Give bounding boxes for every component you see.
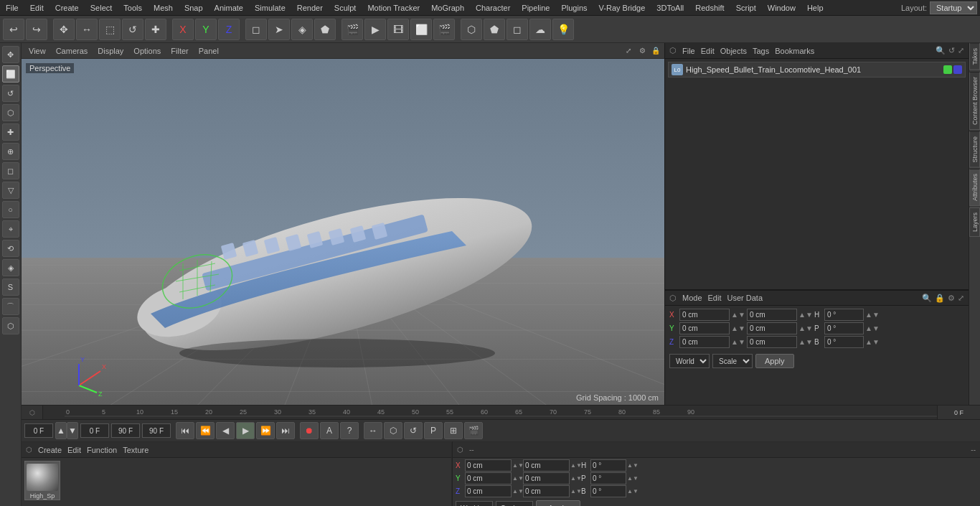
menu-item-edit[interactable]: Edit	[24, 2, 50, 14]
bh-input[interactable]	[590, 459, 626, 472]
rotate-btn[interactable]: ↺	[404, 422, 423, 439]
menu-item-window[interactable]: Window	[762, 2, 801, 14]
move-btn[interactable]: ↔	[364, 422, 382, 439]
bz-size-input[interactable]	[523, 485, 570, 497]
scale-lp-button[interactable]: ⬡	[2, 104, 19, 121]
cone-lp-button[interactable]: ▽	[2, 182, 19, 199]
obj-expand-icon[interactable]: ⤢	[958, 46, 964, 55]
move-lp-button[interactable]: ✥	[2, 46, 19, 63]
render-output-btn[interactable]: 🎬	[464, 422, 483, 439]
render-button[interactable]: 🎞	[387, 19, 409, 40]
x-size-input[interactable]	[747, 309, 797, 321]
x-size-arrow[interactable]: ▲▼	[798, 311, 813, 319]
h-input[interactable]	[824, 309, 864, 321]
bottom-scale-select[interactable]: Scale	[496, 501, 533, 506]
menu-item-help[interactable]: Help	[801, 2, 829, 14]
record-button[interactable]: ⏺	[300, 422, 319, 439]
search-icon[interactable]: 🔍	[936, 46, 946, 55]
b-input[interactable]	[824, 336, 864, 348]
z-size-arrow[interactable]: ▲▼	[798, 338, 813, 346]
viewport-display-menu[interactable]: Display	[93, 45, 128, 57]
takes-tab[interactable]: Takes	[969, 43, 980, 70]
menu-item-mograph[interactable]: MoGraph	[425, 2, 470, 14]
attr-user-data-menu[interactable]: User Data	[727, 294, 763, 302]
structure-tab[interactable]: Structure	[969, 131, 980, 168]
y-pos-input[interactable]	[679, 322, 730, 334]
play-back-button[interactable]: ◀	[216, 422, 235, 439]
frame-indicator[interactable]: 0 F	[937, 406, 980, 419]
cube-lp-button[interactable]: ◻	[2, 162, 19, 179]
bz-sz-arrow[interactable]: ▲▼	[570, 488, 580, 495]
p-input[interactable]	[824, 322, 864, 334]
mat-create-menu[interactable]: Create	[38, 446, 62, 454]
menu-item-character[interactable]: Character	[470, 2, 516, 14]
scale-select[interactable]: Scale	[712, 354, 753, 368]
objects-bookmarks-menu[interactable]: Bookmarks	[775, 47, 814, 55]
material-thumbnail[interactable]: High_Sp	[24, 461, 60, 500]
scale-btn[interactable]: ⬡	[384, 422, 402, 439]
menu-item-vray[interactable]: V-Ray Bridge	[593, 2, 651, 14]
point-mode-button[interactable]: ⬟	[314, 19, 336, 40]
rotate-lp-button[interactable]: ↺	[2, 85, 19, 102]
goto-start-button[interactable]: ⏮	[176, 422, 194, 439]
menu-item-sculpt[interactable]: Sculpt	[329, 2, 362, 14]
bz-pos-input[interactable]	[465, 485, 512, 497]
viewport-view-menu[interactable]: View	[24, 45, 50, 57]
rotate-tool-button[interactable]: ↺	[122, 19, 143, 40]
objects-edit-menu[interactable]: Edit	[701, 47, 715, 55]
layers-tab[interactable]: Layers	[969, 207, 980, 237]
menu-item-pipeline[interactable]: Pipeline	[516, 2, 555, 14]
attr-lock-icon[interactable]: 🔒	[935, 294, 945, 303]
step-forward-button[interactable]: ⏩	[256, 422, 275, 439]
menu-item-motion-tracker[interactable]: Motion Tracker	[362, 2, 425, 14]
auto-key-button[interactable]: A	[320, 422, 339, 439]
x-axis-button[interactable]: X	[172, 19, 194, 40]
layout-select[interactable]: Startup	[930, 1, 977, 14]
menu-item-3dtoall[interactable]: 3DToAll	[651, 2, 689, 14]
menu-item-animate[interactable]: Animate	[209, 2, 249, 14]
viewport-cameras-menu[interactable]: Cameras	[52, 45, 93, 57]
help-button[interactable]: ?	[340, 422, 359, 439]
render-region-button[interactable]: ⬜	[410, 19, 432, 40]
attr-expand-icon[interactable]: ⤢	[958, 294, 964, 303]
viewport-panel-menu[interactable]: Panel	[194, 45, 223, 57]
bh-arrow[interactable]: ▲▼	[627, 462, 637, 469]
transform-lp-button[interactable]: ✚	[2, 123, 19, 141]
object-row[interactable]: L0 High_Speed_Bullet_Train_Locomotive_He…	[668, 62, 966, 78]
hex-lp-button[interactable]: ⬡	[2, 317, 19, 334]
play-forward-button[interactable]: ▶	[236, 422, 255, 439]
cross-lp-button[interactable]: ⌖	[2, 220, 19, 238]
render-settings-button[interactable]: 🎬	[341, 19, 363, 40]
by-sz-arrow[interactable]: ▲▼	[570, 475, 580, 482]
bx-arrow[interactable]: ▲▼	[512, 462, 522, 469]
bx-pos-input[interactable]	[465, 459, 512, 472]
viewport-options-menu[interactable]: Options	[129, 45, 165, 57]
menu-item-mesh[interactable]: Mesh	[148, 2, 179, 14]
y-size-input[interactable]	[747, 322, 797, 334]
bp-arrow[interactable]: ▲▼	[627, 475, 637, 482]
start-frame-input[interactable]	[24, 423, 53, 438]
undo-button[interactable]: ↩	[3, 19, 24, 40]
x-pos-input[interactable]	[679, 309, 730, 321]
sphere-lp-button[interactable]: ○	[2, 201, 19, 218]
pivot-btn[interactable]: P	[424, 422, 443, 439]
y-axis-button[interactable]: Y	[195, 19, 217, 40]
select-lp-button[interactable]: ⬜	[2, 65, 19, 83]
objects-file-menu[interactable]: File	[682, 47, 695, 55]
bb-input[interactable]	[590, 485, 626, 497]
world-select[interactable]: World	[669, 354, 710, 368]
light-button[interactable]: 💡	[552, 19, 574, 40]
grid-btn[interactable]: ⊞	[444, 422, 463, 439]
mat-edit-menu[interactable]: Edit	[67, 446, 81, 454]
sky-button[interactable]: ☁	[529, 19, 551, 40]
by-size-input[interactable]	[523, 472, 570, 484]
bottom-apply-button[interactable]: Apply	[536, 500, 580, 506]
viewport-lock-icon[interactable]: 🔒	[650, 45, 661, 57]
b-arrow[interactable]: ▲▼	[865, 338, 880, 346]
y-arrow[interactable]: ▲▼	[731, 324, 745, 332]
h-arrow[interactable]: ▲▼	[865, 311, 880, 319]
by-pos-input[interactable]	[465, 472, 512, 484]
end-frame-input[interactable]	[111, 423, 140, 438]
content-browser-tab[interactable]: Content Browser	[969, 72, 980, 130]
obj-refresh-icon[interactable]: ↺	[948, 46, 955, 55]
